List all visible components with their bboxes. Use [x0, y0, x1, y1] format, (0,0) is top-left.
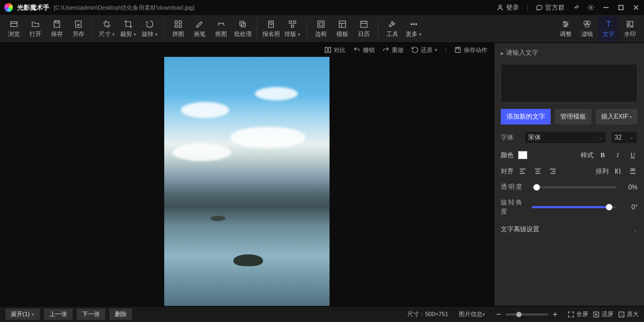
fullscreen-button[interactable]: 全屏 [567, 310, 588, 318]
tool-抠图[interactable]: 抠图 [210, 16, 232, 42]
svg-rect-15 [179, 25, 182, 28]
color-swatch[interactable] [518, 151, 528, 159]
svg-point-43 [585, 24, 589, 28]
opacity-slider[interactable] [532, 186, 616, 188]
save-action-button[interactable]: 保存动作 [454, 46, 487, 54]
size-label: 尺寸：500×751 [407, 310, 448, 318]
tool-浏览[interactable]: 浏览 [3, 16, 25, 42]
add-text-button[interactable]: 添加新的文字 [501, 109, 551, 125]
image-info-button[interactable]: 图片信息▾ [459, 310, 485, 318]
text-panel: ▸请输入文字 添加新的文字 管理模板 插入EXIF▾ 字体 宋体⌄ 32⌄ 颜色… [494, 43, 644, 306]
tool-日历[interactable]: 日历 [353, 16, 375, 42]
svg-rect-12 [175, 21, 178, 24]
svg-rect-6 [11, 22, 17, 27]
svg-rect-8 [54, 21, 60, 27]
delete-button[interactable]: 删除 [109, 309, 132, 320]
svg-rect-14 [175, 25, 178, 28]
redo-button[interactable]: 重做 [382, 46, 404, 54]
zoom-slider[interactable] [506, 313, 548, 316]
tool-模板[interactable]: 模板 [332, 16, 353, 42]
align-left-icon[interactable] [518, 166, 528, 176]
tool-工具[interactable]: 工具 [382, 16, 403, 42]
prev-image-button[interactable]: 上一张 [44, 309, 72, 320]
bold-button[interactable]: B [598, 150, 608, 160]
svg-point-33 [413, 24, 414, 25]
svg-rect-21 [294, 21, 296, 24]
tool-旋转[interactable]: 旋转 ▾ [139, 16, 160, 42]
underline-button[interactable]: U [628, 150, 638, 160]
tool-裁剪[interactable]: 裁剪 ▾ [118, 16, 139, 42]
tool-边框[interactable]: 边框 [310, 16, 332, 42]
undo-button[interactable]: 撤销 [353, 46, 375, 54]
svg-rect-16 [240, 21, 244, 26]
main-toolbar: 浏览打开保存另存 尺寸 ▾裁剪 ▾旋转 ▾ 拼图画笔抠图批处理 报名照排版 ▾ … [0, 15, 644, 43]
settings-icon[interactable] [587, 4, 595, 11]
font-size-select[interactable]: 32⌄ [611, 131, 638, 144]
advanced-settings-row[interactable]: 文字高级设置⌄ [501, 225, 638, 234]
svg-rect-50 [455, 47, 460, 52]
image-preview[interactable] [164, 57, 330, 306]
tool-滤镜[interactable]: 滤镜 [576, 16, 598, 42]
file-path: [C:\Users\admin\Desktop\优化备用素材\download.… [54, 4, 194, 12]
panel-title: ▸请输入文字 [501, 48, 638, 57]
arrange-vertical-icon[interactable] [628, 166, 638, 176]
next-image-button[interactable]: 下一张 [77, 309, 105, 320]
rotate-slider[interactable] [532, 206, 616, 208]
insert-exif-button[interactable]: 插入EXIF▾ [596, 109, 638, 125]
svg-rect-13 [179, 21, 182, 24]
tool-打开[interactable]: 打开 [25, 16, 46, 42]
tool-尺寸[interactable]: 尺寸 ▾ [96, 16, 118, 42]
tool-调整[interactable]: 调整 [555, 16, 576, 42]
manage-template-button[interactable]: 管理模板 [555, 109, 591, 125]
zoom-out-button[interactable]: − [496, 310, 501, 319]
font-label: 字体 [501, 133, 520, 142]
share-icon[interactable] [572, 4, 580, 11]
minimize-icon[interactable] [602, 4, 610, 11]
svg-rect-3 [619, 5, 623, 10]
color-label: 颜色 [501, 151, 514, 160]
expand-button[interactable]: 展开(1) ▾ [5, 309, 40, 320]
tool-排版[interactable]: 排版 ▾ [282, 16, 303, 42]
align-center-icon[interactable] [533, 166, 543, 176]
svg-rect-17 [241, 23, 246, 27]
arrange-horizontal-icon[interactable] [613, 166, 623, 176]
svg-point-19 [270, 22, 273, 25]
tool-另存[interactable]: 另存 [68, 16, 89, 42]
login-button[interactable]: 登录 [496, 3, 519, 12]
restore-button[interactable]: 还原▾ [411, 46, 437, 54]
tool-保存[interactable]: 保存 [46, 16, 68, 42]
close-icon[interactable] [632, 4, 640, 11]
zoom-in-button[interactable]: + [553, 310, 558, 319]
rotate-label: 旋转角度 [501, 198, 526, 216]
italic-button[interactable]: I [613, 150, 623, 160]
align-right-icon[interactable] [548, 166, 558, 176]
svg-point-1 [590, 6, 592, 9]
svg-text:1: 1 [620, 313, 622, 316]
svg-rect-48 [325, 47, 327, 52]
tool-批处理[interactable]: 批处理 [232, 16, 253, 42]
tool-报名照[interactable]: 报名照 [260, 16, 282, 42]
svg-point-0 [499, 5, 502, 8]
font-select[interactable]: 宋体⌄ [524, 131, 606, 144]
statusbar: 展开(1) ▾ 上一张 下一张 删除 尺寸：500×751 图片信息▾ − + … [0, 306, 644, 322]
official-group-button[interactable]: 官方群 [536, 3, 565, 12]
opacity-label: 透明度 [501, 182, 526, 192]
compare-button[interactable]: 对比 [324, 46, 346, 54]
tool-水印[interactable]: 水印 [619, 16, 641, 42]
app-logo-icon [4, 3, 13, 12]
text-input[interactable] [501, 64, 638, 103]
svg-rect-11 [105, 22, 109, 26]
tool-文字[interactable]: 文字 [598, 16, 619, 42]
svg-point-32 [411, 24, 412, 25]
maximize-icon[interactable] [617, 4, 625, 11]
tool-更多[interactable]: 更多 ▾ [403, 16, 425, 42]
original-size-button[interactable]: 1原大 [618, 310, 639, 318]
tool-画笔[interactable]: 画笔 [189, 16, 210, 42]
fit-screen-button[interactable]: 适屏 [592, 310, 613, 318]
opacity-value: 0% [621, 184, 638, 191]
arrange-label: 排列 [596, 167, 609, 176]
tool-拼图[interactable]: 拼图 [167, 16, 189, 42]
titlebar: 光影魔术手 [C:\Users\admin\Desktop\优化备用素材\dow… [0, 0, 644, 15]
svg-point-47 [628, 23, 630, 24]
align-label: 对齐 [501, 167, 514, 176]
